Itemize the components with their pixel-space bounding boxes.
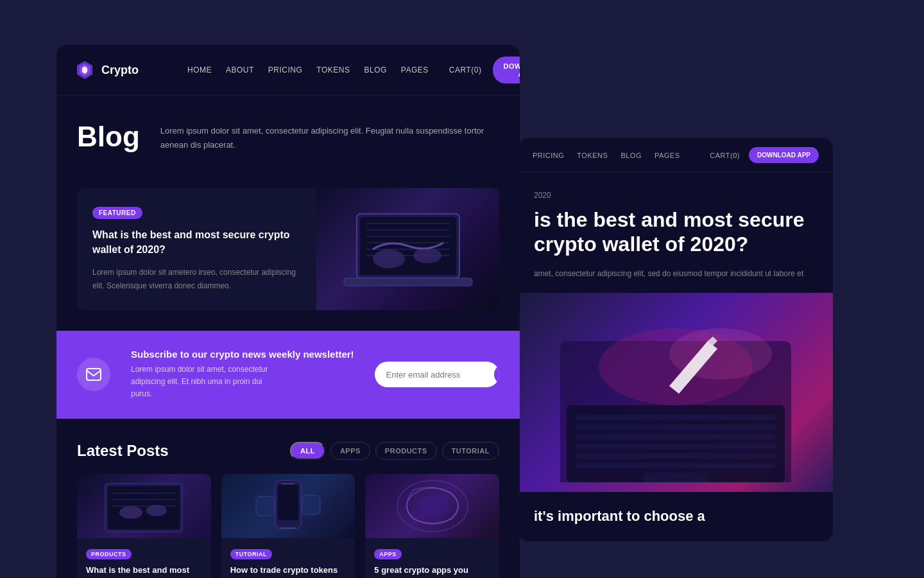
nav-tokens[interactable]: TOKENS [316, 66, 350, 74]
right-nav-blog[interactable]: BLOG [620, 152, 642, 159]
post-title-1: What is the best and most secure crypto … [86, 565, 202, 578]
blog-description: Lorem ipsum dolor sit amet, consectetur … [160, 124, 499, 152]
nav-pages[interactable]: PAGES [401, 66, 429, 74]
post-badge-3: APPS [374, 549, 402, 559]
svg-point-17 [119, 506, 142, 519]
nav-blog[interactable]: BLOG [364, 66, 386, 74]
newsletter-title: Subscribe to our crypto news weekly news… [131, 349, 354, 360]
logo-icon [74, 60, 95, 80]
right-article-image [518, 293, 833, 492]
latest-posts-header: Latest Posts ALL APPS PRODUCTS TUTORIAL [77, 442, 499, 460]
post-title-3: 5 great crypto apps you should not be mi… [374, 565, 490, 578]
blog-hero-right: Lorem ipsum dolor sit amet, consectetur … [160, 121, 499, 168]
filter-all[interactable]: ALL [290, 442, 325, 460]
featured-post-title: What is the best and most secure crypto … [92, 228, 301, 257]
svg-point-9 [373, 249, 405, 268]
cart-text[interactable]: CART(0) [449, 66, 482, 74]
post-image-1 [77, 474, 211, 538]
svg-rect-31 [576, 425, 775, 430]
nav-about[interactable]: ABOUT [226, 66, 254, 74]
svg-rect-33 [576, 444, 775, 449]
latest-posts-section: Latest Posts ALL APPS PRODUCTS TUTORIAL [56, 419, 520, 578]
featured-content: FEATURED What is the best and most secur… [77, 188, 316, 310]
featured-post-text: Lorem ipsum dolor sit ametero irseo, con… [92, 266, 301, 292]
blog-hero: Blog Lorem ipsum dolor sit amet, consect… [56, 96, 520, 188]
post-illustration-2 [243, 477, 333, 535]
right-article: 2020 is the best and most secure crypto … [518, 173, 833, 280]
post-content-2: TUTORIAL How to trade crypto tokens from… [221, 538, 355, 578]
svg-rect-13 [108, 486, 180, 529]
post-image-3 [365, 474, 499, 538]
svg-rect-35 [576, 463, 775, 468]
svg-rect-21 [282, 483, 295, 484]
svg-rect-11 [87, 369, 101, 380]
post-content-1: PRODUCTS What is the best and most secur… [77, 538, 211, 578]
blog-page-title: Blog [77, 121, 140, 152]
right-bottom-title: it's important to choose a [534, 507, 817, 526]
post-card-2[interactable]: TUTORIAL How to trade crypto tokens from… [221, 474, 355, 578]
laptop-purple-illustration [541, 302, 810, 482]
filter-tutorial[interactable]: TUTORIAL [442, 442, 499, 460]
right-bottom: it's important to choose a [518, 492, 833, 541]
right-nav-pricing[interactable]: PRICING [533, 152, 564, 159]
post-content-3: APPS 5 great crypto apps you should not … [365, 538, 499, 578]
nav-pricing[interactable]: PRICING [268, 66, 303, 74]
right-nav-tokens[interactable]: TOKENS [577, 152, 608, 159]
right-cart-text[interactable]: CART(0) [710, 152, 740, 159]
featured-badge: FEATURED [92, 207, 142, 219]
featured-post-image [316, 188, 499, 310]
blog-hero-left: Blog [77, 121, 140, 168]
svg-point-18 [146, 505, 167, 516]
filter-apps[interactable]: APPS [330, 442, 370, 460]
post-illustration-3 [388, 477, 477, 535]
newsletter-form: SUBSCRIBE [375, 362, 499, 387]
posts-grid: PRODUCTS What is the best and most secur… [77, 474, 499, 578]
navbar: Crypto HOME ABOUT PRICING TOKENS BLOG PA… [56, 45, 520, 96]
right-nav-pages[interactable]: PAGES [654, 152, 680, 159]
main-window: Crypto HOME ABOUT PRICING TOKENS BLOG PA… [56, 45, 520, 578]
post-badge-1: PRODUCTS [86, 549, 132, 559]
svg-rect-30 [576, 415, 775, 420]
right-article-title: is the best and most secure crypto walle… [534, 207, 817, 257]
right-article-date: 2020 [534, 191, 817, 200]
right-download-button[interactable]: DOWNLOAD APP [749, 147, 819, 163]
right-navbar: PRICING TOKENS BLOG PAGES CART(0) DOWNLO… [518, 138, 833, 173]
latest-posts-title: Latest Posts [77, 442, 169, 460]
svg-rect-36 [644, 473, 708, 482]
download-app-button[interactable]: DOWNLOAD APP [493, 57, 520, 83]
svg-rect-20 [278, 485, 298, 520]
post-card-1[interactable]: PRODUCTS What is the best and most secur… [77, 474, 211, 578]
nav-home[interactable]: HOME [187, 66, 212, 74]
laptop-illustration [338, 201, 479, 297]
newsletter-icon-wrap [77, 358, 110, 391]
newsletter-section: Subscribe to our crypto news weekly news… [56, 331, 520, 419]
filter-tabs: ALL APPS PRODUCTS TUTORIAL [290, 442, 499, 460]
svg-rect-22 [280, 527, 296, 529]
svg-point-10 [413, 248, 441, 263]
post-title-2: How to trade crypto tokens from your pho… [230, 565, 346, 578]
svg-rect-23 [256, 496, 274, 516]
post-badge-2: TUTORIAL [230, 549, 272, 559]
filter-products[interactable]: PRODUCTS [375, 442, 437, 460]
featured-card[interactable]: FEATURED What is the best and most secur… [77, 188, 499, 310]
subscribe-button[interactable]: SUBSCRIBE [494, 364, 499, 385]
newsletter-text-wrap: Subscribe to our crypto news weekly news… [131, 349, 354, 401]
right-nav-right: CART(0) DOWNLOAD APP [710, 147, 819, 163]
right-article-text: amet, consectetur adipiscing elit, sed d… [534, 267, 817, 280]
email-icon [86, 368, 101, 381]
svg-rect-32 [576, 434, 775, 439]
post-illustration-1 [99, 477, 189, 535]
post-image-2 [221, 474, 355, 538]
logo-area[interactable]: Crypto [74, 60, 139, 80]
svg-rect-24 [302, 495, 320, 514]
email-input[interactable] [386, 370, 494, 380]
svg-rect-34 [576, 453, 775, 459]
svg-rect-2 [344, 278, 472, 286]
nav-right: CART(0) DOWNLOAD APP [449, 57, 520, 83]
post-card-3[interactable]: APPS 5 great crypto apps you should not … [365, 474, 499, 578]
logo-text: Crypto [101, 64, 139, 77]
featured-section: FEATURED What is the best and most secur… [56, 188, 520, 331]
nav-links: HOME ABOUT PRICING TOKENS BLOG PAGES [187, 66, 429, 74]
newsletter-description: Lorem ipsum dolor sit amet, consectetur … [131, 363, 272, 401]
svg-point-27 [416, 496, 449, 516]
